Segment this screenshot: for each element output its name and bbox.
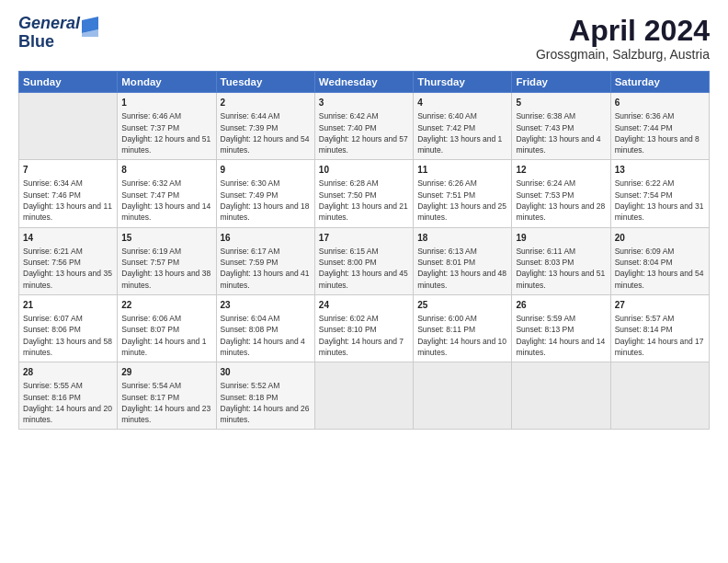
week-row-5: 28Sunrise: 5:55 AMSunset: 8:16 PMDayligh… bbox=[19, 362, 710, 430]
cell-w2-d3: 9Sunrise: 6:30 AMSunset: 7:49 PMDaylight… bbox=[216, 160, 314, 227]
day-number: 22 bbox=[121, 299, 211, 312]
cell-w5-d2: 29Sunrise: 5:54 AMSunset: 8:17 PMDayligh… bbox=[118, 362, 216, 430]
cell-info: Sunrise: 6:44 AMSunset: 7:39 PMDaylight:… bbox=[221, 110, 311, 155]
day-number: 6 bbox=[615, 97, 705, 109]
cell-w5-d7 bbox=[610, 362, 709, 430]
cell-w1-d5: 4Sunrise: 6:40 AMSunset: 7:42 PMDaylight… bbox=[414, 93, 512, 160]
day-number: 18 bbox=[417, 232, 507, 245]
cell-w2-d2: 8Sunrise: 6:32 AMSunset: 7:47 PMDaylight… bbox=[118, 160, 216, 227]
cell-w1-d2: 1Sunrise: 6:46 AMSunset: 7:37 PMDaylight… bbox=[118, 93, 216, 160]
calendar-header: Sunday Monday Tuesday Wednesday Thursday… bbox=[19, 72, 710, 93]
cell-w5-d3: 30Sunrise: 5:52 AMSunset: 8:18 PMDayligh… bbox=[216, 362, 314, 430]
day-number: 7 bbox=[23, 164, 113, 177]
cell-w1-d7: 6Sunrise: 6:36 AMSunset: 7:44 PMDaylight… bbox=[610, 93, 709, 160]
cell-w4-d2: 22Sunrise: 6:06 AMSunset: 8:07 PMDayligh… bbox=[118, 294, 216, 362]
cell-info: Sunrise: 6:26 AMSunset: 7:51 PMDaylight:… bbox=[417, 178, 507, 223]
day-number: 4 bbox=[417, 97, 507, 109]
cell-w4-d4: 24Sunrise: 6:02 AMSunset: 8:10 PMDayligh… bbox=[314, 294, 413, 362]
day-number: 16 bbox=[221, 232, 311, 245]
cell-info: Sunrise: 6:36 AMSunset: 7:44 PMDaylight:… bbox=[615, 110, 705, 155]
day-number: 28 bbox=[23, 366, 113, 379]
day-number: 10 bbox=[319, 164, 409, 177]
logo: General Blue bbox=[18, 15, 98, 52]
col-sunday: Sunday bbox=[19, 72, 118, 93]
cell-info: Sunrise: 5:57 AMSunset: 8:14 PMDaylight:… bbox=[615, 313, 705, 358]
cell-w4-d3: 23Sunrise: 6:04 AMSunset: 8:08 PMDayligh… bbox=[216, 294, 314, 362]
week-row-2: 7Sunrise: 6:34 AMSunset: 7:46 PMDaylight… bbox=[19, 160, 710, 227]
page: General Blue April 2024 Grossgmain, Salz… bbox=[0, 0, 728, 563]
cell-info: Sunrise: 6:02 AMSunset: 8:10 PMDaylight:… bbox=[319, 313, 409, 358]
cell-info: Sunrise: 6:04 AMSunset: 8:08 PMDaylight:… bbox=[221, 313, 311, 358]
day-number: 27 bbox=[615, 299, 705, 312]
cell-w1-d3: 2Sunrise: 6:44 AMSunset: 7:39 PMDaylight… bbox=[216, 93, 314, 160]
day-number: 21 bbox=[23, 299, 113, 312]
calendar-subtitle: Grossgmain, Salzburg, Austria bbox=[536, 47, 710, 62]
day-number: 9 bbox=[221, 164, 311, 177]
day-number: 1 bbox=[121, 97, 211, 109]
calendar-title: April 2024 bbox=[536, 15, 710, 47]
col-saturday: Saturday bbox=[610, 72, 709, 93]
col-wednesday: Wednesday bbox=[314, 72, 413, 93]
cell-info: Sunrise: 6:21 AMSunset: 7:56 PMDaylight:… bbox=[23, 246, 113, 291]
cell-w5-d4 bbox=[314, 362, 413, 430]
cell-w3-d3: 16Sunrise: 6:17 AMSunset: 7:59 PMDayligh… bbox=[216, 227, 314, 294]
cell-info: Sunrise: 6:07 AMSunset: 8:06 PMDaylight:… bbox=[23, 313, 113, 358]
cell-info: Sunrise: 6:15 AMSunset: 8:00 PMDaylight:… bbox=[319, 246, 409, 291]
day-number: 19 bbox=[516, 232, 606, 245]
cell-w4-d1: 21Sunrise: 6:07 AMSunset: 8:06 PMDayligh… bbox=[19, 294, 118, 362]
cell-info: Sunrise: 6:34 AMSunset: 7:46 PMDaylight:… bbox=[23, 178, 113, 223]
cell-w2-d4: 10Sunrise: 6:28 AMSunset: 7:50 PMDayligh… bbox=[314, 160, 413, 227]
day-number: 24 bbox=[319, 299, 409, 312]
cell-info: Sunrise: 6:24 AMSunset: 7:53 PMDaylight:… bbox=[516, 178, 606, 223]
cell-info: Sunrise: 5:55 AMSunset: 8:16 PMDaylight:… bbox=[23, 380, 113, 425]
cell-w3-d7: 20Sunrise: 6:09 AMSunset: 8:04 PMDayligh… bbox=[610, 227, 709, 294]
day-number: 30 bbox=[221, 366, 311, 379]
cell-info: Sunrise: 6:42 AMSunset: 7:40 PMDaylight:… bbox=[319, 110, 409, 155]
cell-w5-d6 bbox=[512, 362, 610, 430]
day-number: 8 bbox=[121, 164, 211, 177]
cell-w2-d7: 13Sunrise: 6:22 AMSunset: 7:54 PMDayligh… bbox=[610, 160, 709, 227]
day-number: 29 bbox=[121, 366, 211, 379]
cell-info: Sunrise: 6:09 AMSunset: 8:04 PMDaylight:… bbox=[615, 246, 705, 291]
cell-w4-d5: 25Sunrise: 6:00 AMSunset: 8:11 PMDayligh… bbox=[414, 294, 512, 362]
day-number: 13 bbox=[615, 164, 705, 177]
cell-info: Sunrise: 6:22 AMSunset: 7:54 PMDaylight:… bbox=[615, 178, 705, 223]
header: General Blue April 2024 Grossgmain, Salz… bbox=[18, 15, 710, 62]
col-monday: Monday bbox=[118, 72, 216, 93]
title-block: April 2024 Grossgmain, Salzburg, Austria bbox=[536, 15, 710, 62]
logo-text: General Blue bbox=[18, 15, 80, 52]
day-number: 17 bbox=[319, 232, 409, 245]
day-number: 2 bbox=[221, 97, 311, 109]
day-number: 23 bbox=[221, 299, 311, 312]
day-number: 20 bbox=[615, 232, 705, 245]
day-number: 25 bbox=[417, 299, 507, 312]
cell-info: Sunrise: 6:32 AMSunset: 7:47 PMDaylight:… bbox=[121, 178, 211, 223]
cell-w4-d7: 27Sunrise: 5:57 AMSunset: 8:14 PMDayligh… bbox=[610, 294, 709, 362]
day-number: 26 bbox=[516, 299, 606, 312]
day-number: 3 bbox=[319, 97, 409, 109]
cell-info: Sunrise: 5:59 AMSunset: 8:13 PMDaylight:… bbox=[516, 313, 606, 358]
header-row: Sunday Monday Tuesday Wednesday Thursday… bbox=[19, 72, 710, 93]
cell-w3-d5: 18Sunrise: 6:13 AMSunset: 8:01 PMDayligh… bbox=[414, 227, 512, 294]
day-number: 12 bbox=[516, 164, 606, 177]
cell-info: Sunrise: 5:52 AMSunset: 8:18 PMDaylight:… bbox=[221, 380, 311, 425]
cell-w1-d4: 3Sunrise: 6:42 AMSunset: 7:40 PMDaylight… bbox=[314, 93, 413, 160]
col-tuesday: Tuesday bbox=[216, 72, 314, 93]
cell-w4-d6: 26Sunrise: 5:59 AMSunset: 8:13 PMDayligh… bbox=[512, 294, 610, 362]
cell-w3-d6: 19Sunrise: 6:11 AMSunset: 8:03 PMDayligh… bbox=[512, 227, 610, 294]
cell-info: Sunrise: 6:00 AMSunset: 8:11 PMDaylight:… bbox=[417, 313, 507, 358]
calendar-table: Sunday Monday Tuesday Wednesday Thursday… bbox=[18, 71, 710, 430]
cell-info: Sunrise: 6:38 AMSunset: 7:43 PMDaylight:… bbox=[516, 110, 606, 155]
cell-w3-d2: 15Sunrise: 6:19 AMSunset: 7:57 PMDayligh… bbox=[118, 227, 216, 294]
cell-w2-d6: 12Sunrise: 6:24 AMSunset: 7:53 PMDayligh… bbox=[512, 160, 610, 227]
cell-w3-d4: 17Sunrise: 6:15 AMSunset: 8:00 PMDayligh… bbox=[314, 227, 413, 294]
col-thursday: Thursday bbox=[414, 72, 512, 93]
cell-info: Sunrise: 6:46 AMSunset: 7:37 PMDaylight:… bbox=[121, 110, 211, 155]
week-row-4: 21Sunrise: 6:07 AMSunset: 8:06 PMDayligh… bbox=[19, 294, 710, 362]
cell-info: Sunrise: 6:06 AMSunset: 8:07 PMDaylight:… bbox=[121, 313, 211, 358]
cell-w3-d1: 14Sunrise: 6:21 AMSunset: 7:56 PMDayligh… bbox=[19, 227, 118, 294]
cell-w1-d6: 5Sunrise: 6:38 AMSunset: 7:43 PMDaylight… bbox=[512, 93, 610, 160]
week-row-3: 14Sunrise: 6:21 AMSunset: 7:56 PMDayligh… bbox=[19, 227, 710, 294]
cell-w2-d5: 11Sunrise: 6:26 AMSunset: 7:51 PMDayligh… bbox=[414, 160, 512, 227]
cell-info: Sunrise: 5:54 AMSunset: 8:17 PMDaylight:… bbox=[121, 380, 211, 425]
